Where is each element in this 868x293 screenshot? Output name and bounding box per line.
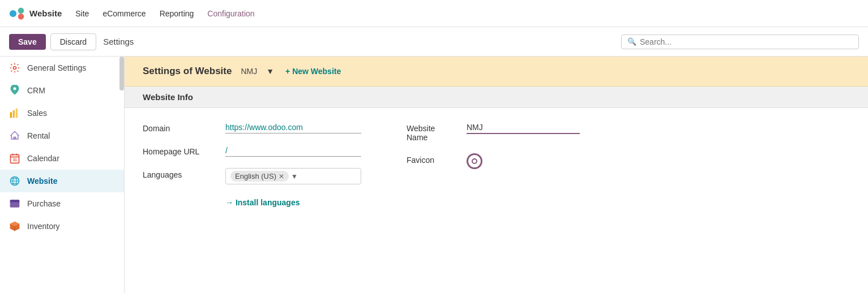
svg-point-0: [10, 10, 16, 16]
sidebar-label-purchase: Purchase: [27, 199, 61, 208]
sidebar-item-general-settings[interactable]: General Settings: [0, 57, 124, 79]
svg-rect-5: [10, 112, 12, 118]
inventory-icon: [9, 221, 20, 232]
nav-reporting[interactable]: Reporting: [160, 9, 194, 18]
svg-rect-6: [13, 110, 15, 118]
favicon-value: [467, 153, 482, 169]
sidebar-label-rental: Rental: [27, 131, 50, 140]
sidebar-label-calendar: Calendar: [27, 154, 59, 163]
languages-label: Languages: [143, 168, 216, 179]
general-settings-icon: [9, 62, 20, 74]
main-layout: General Settings CRM Sales: [0, 57, 868, 293]
sidebar-label-crm: CRM: [27, 86, 45, 95]
language-tag-close[interactable]: ✕: [279, 173, 284, 180]
svg-point-3: [14, 67, 16, 70]
nav-site[interactable]: Site: [75, 9, 89, 18]
svg-point-4: [14, 87, 16, 90]
sidebar-scroll-track: [119, 57, 124, 293]
svg-point-1: [18, 7, 24, 14]
favicon-inner-circle: [472, 158, 477, 164]
languages-row: Languages English (US) ✕ ▼: [143, 168, 361, 184]
homepage-label: Homepage URL: [143, 145, 216, 156]
homepage-input[interactable]: [225, 145, 361, 157]
svg-rect-7: [16, 109, 18, 118]
sidebar-item-crm[interactable]: CRM: [0, 79, 124, 102]
settings-website-name: NMJ: [241, 67, 257, 76]
language-tag-english: English (US) ✕: [230, 171, 289, 182]
section-title: Website Info: [143, 92, 193, 102]
sidebar-label-website: Website: [27, 176, 57, 186]
favicon-icon[interactable]: [467, 153, 482, 169]
sidebar: General Settings CRM Sales: [0, 57, 125, 293]
discard-button[interactable]: Discard: [50, 33, 96, 50]
section-header-website-info: Website Info: [125, 87, 868, 108]
calendar-icon: 31: [9, 153, 20, 164]
sidebar-label-inventory: Inventory: [27, 222, 60, 231]
website-name-label: Website Name: [407, 122, 457, 142]
app-logo: Website: [9, 6, 62, 21]
sidebar-item-website[interactable]: Website: [0, 170, 124, 192]
nav-configuration[interactable]: Configuration: [207, 9, 254, 18]
website-name-input[interactable]: [467, 122, 580, 134]
toolbar: Save Discard Settings 🔍: [0, 27, 868, 57]
rental-icon: [9, 130, 20, 141]
domain-row: Domain: [143, 122, 361, 133]
purchase-icon: [9, 198, 20, 209]
favicon-label: Favicon: [407, 153, 457, 165]
save-button[interactable]: Save: [9, 34, 46, 50]
install-languages-link[interactable]: → Install languages: [225, 198, 300, 207]
app-name: Website: [29, 8, 62, 18]
homepage-row: Homepage URL: [143, 145, 361, 157]
website-name-row: Website Name: [407, 122, 580, 142]
language-dropdown-button[interactable]: ▼: [291, 173, 298, 180]
crm-icon: [9, 85, 20, 96]
sidebar-scroll-thumb[interactable]: [119, 57, 124, 91]
content-area: Settings of Website NMJ ▼ + New Website …: [125, 57, 868, 293]
language-tag-text: English (US): [235, 172, 276, 180]
new-website-button[interactable]: + New Website: [285, 67, 341, 76]
sidebar-item-calendar[interactable]: 31 Calendar: [0, 147, 124, 170]
favicon-row: Favicon: [407, 153, 580, 169]
form-area: Domain Homepage URL Languages: [125, 108, 868, 221]
sidebar-item-sales[interactable]: Sales: [0, 102, 124, 124]
sidebar-item-rental[interactable]: Rental: [0, 124, 124, 147]
website-icon: [9, 175, 20, 187]
website-dropdown-button[interactable]: ▼: [266, 67, 274, 76]
sidebar-item-purchase[interactable]: Purchase: [0, 192, 124, 215]
sidebar-label-general-settings: General Settings: [27, 63, 86, 72]
svg-rect-8: [14, 137, 16, 139]
website-name-value: [467, 122, 580, 134]
settings-header: Settings of Website NMJ ▼ + New Website: [125, 57, 868, 87]
domain-input[interactable]: [225, 122, 361, 133]
form-left-column: Domain Homepage URL Languages: [143, 122, 361, 207]
homepage-value: [225, 145, 361, 157]
language-select-container[interactable]: English (US) ✕ ▼: [225, 168, 361, 184]
svg-point-2: [18, 14, 24, 20]
domain-label: Domain: [143, 122, 216, 133]
search-icon: 🔍: [627, 37, 636, 46]
form-right-column: Website Name Favicon: [407, 122, 580, 207]
top-nav: Website Site eCommerce Reporting Configu…: [0, 0, 868, 27]
sidebar-item-inventory[interactable]: Inventory: [0, 215, 124, 238]
svg-text:31: 31: [13, 158, 18, 162]
toolbar-title: Settings: [103, 37, 134, 46]
odoo-logo-icon: [9, 6, 25, 21]
settings-title: Settings of Website: [143, 66, 232, 77]
svg-rect-19: [10, 200, 20, 202]
domain-value: [225, 122, 361, 133]
install-languages-row: → Install languages: [143, 196, 361, 207]
sales-icon: [9, 107, 20, 119]
nav-ecommerce[interactable]: eCommerce: [102, 9, 146, 18]
search-box: 🔍: [621, 35, 859, 49]
search-input[interactable]: [640, 37, 853, 46]
sidebar-label-sales: Sales: [27, 109, 47, 118]
languages-value: English (US) ✕ ▼: [225, 168, 361, 184]
